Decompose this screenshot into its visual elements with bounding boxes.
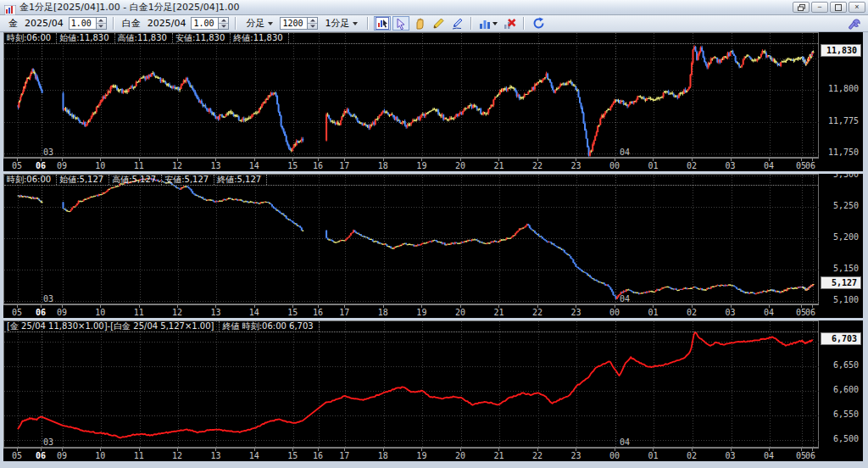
x-tick-label: 17 <box>339 451 349 460</box>
platinum-multiplier-spinner[interactable] <box>218 17 229 30</box>
pen-tool-button[interactable] <box>448 16 465 31</box>
maximize-icon <box>835 4 842 11</box>
pencil-tool-button[interactable] <box>430 16 447 31</box>
x-tick-label: 11 <box>134 451 144 460</box>
spread-plot-area[interactable]: 0304[金 25/04 11,830×1.00]-[白金 25/04 5,12… <box>3 320 819 448</box>
x-tick-label: 15 <box>287 308 298 317</box>
x-tick-label: 22 <box>532 161 542 170</box>
x-tick-label: 09 <box>57 308 67 317</box>
x-tick-label: 02 <box>687 451 697 460</box>
pan-tool-button[interactable] <box>411 16 428 31</box>
platinum-x-axis: 0506091011121314151617181920212223000102… <box>3 304 819 318</box>
x-tick-label: 12 <box>172 161 182 170</box>
minimize-button[interactable]: − <box>811 2 828 13</box>
delete-indicator-button[interactable] <box>501 16 518 31</box>
bar-count-spinner[interactable] <box>307 17 318 30</box>
x-tick-label: 03 <box>725 161 735 170</box>
x-tick-label: 06 <box>36 451 46 460</box>
date-marker: 04 <box>620 148 630 157</box>
pencil-icon <box>432 18 444 30</box>
toolbar: 金 2025/04 白金 2025/04 分足 1分足 <box>0 15 868 32</box>
maximize-button[interactable] <box>830 2 847 13</box>
date-marker: 03 <box>43 294 53 304</box>
gold-multiplier-spinner[interactable] <box>96 17 107 30</box>
x-tick-label: 23 <box>570 161 581 170</box>
wrench-icon <box>848 17 860 30</box>
indicator-menu-button[interactable] <box>477 16 499 31</box>
x-tick-label: 06 <box>805 308 815 317</box>
x-tick-label: 21 <box>493 161 504 170</box>
gold-last-price-box: 11,830 <box>821 44 861 57</box>
x-tick-label: 06 <box>805 161 815 170</box>
x-tick-label: 23 <box>570 451 581 460</box>
y-tick-label: 5,250 <box>833 201 859 210</box>
date-marker: 04 <box>620 437 630 447</box>
gold-chart[interactable]: 0304 <box>4 33 820 159</box>
x-tick-label: 05 <box>12 161 22 170</box>
x-tick-label: 11 <box>134 308 144 317</box>
y-tick-label: 5,300 <box>833 174 859 179</box>
gold-plot-area[interactable]: 0304時刻:06:00始値:11,830高値:11,830安値:11,830終… <box>3 32 819 158</box>
date-marker: 04 <box>620 294 630 304</box>
float-icon <box>798 4 805 11</box>
x-tick-label: 20 <box>455 161 465 170</box>
toolbar-separator <box>113 17 114 30</box>
x-tick-label: 04 <box>764 308 774 317</box>
toolbar-separator <box>470 17 472 30</box>
x-tick-label: 20 <box>455 451 465 460</box>
x-tick-label: 03 <box>725 308 735 317</box>
x-tick-label: 12 <box>172 308 182 317</box>
x-tick-label: 11 <box>134 161 144 170</box>
x-tick-label: 14 <box>249 451 259 460</box>
bar-type-dropdown[interactable]: 分足 <box>243 16 275 31</box>
chart-panel-gold: 0304時刻:06:00始値:11,830高値:11,830安値:11,830終… <box>3 32 863 171</box>
x-tick-label: 09 <box>57 451 67 460</box>
titlebar: 金1分足[2025/04]1.00 - 白金1分足[2025/04]1.00 −… <box>0 0 868 15</box>
date-marker: 03 <box>43 148 53 157</box>
toolbar-separator <box>367 17 369 30</box>
platinum-plot-area[interactable]: 0304時刻:06:00始値:5,127高値:5,127安値:5,127終値:5… <box>3 174 819 304</box>
delete-chart-icon <box>504 18 516 30</box>
x-tick-label: 05 <box>12 451 22 460</box>
x-tick-label: 06 <box>805 451 815 460</box>
x-tick-label: 13 <box>210 161 220 170</box>
y-tick-label: 5,150 <box>833 264 859 273</box>
interval-dropdown[interactable]: 1分足 <box>322 16 360 31</box>
x-tick-label: 06 <box>36 161 46 170</box>
settings-button[interactable] <box>845 16 862 31</box>
bar-chart-icon <box>479 18 498 30</box>
x-tick-label: 18 <box>378 308 388 317</box>
chevron-down-icon <box>268 22 273 25</box>
platinum-last-price-box: 5,127 <box>821 276 861 289</box>
x-tick-label: 19 <box>416 451 426 460</box>
platinum-chart[interactable]: 0304 <box>4 175 820 305</box>
x-tick-label: 23 <box>570 308 581 317</box>
arrow-cursor-icon <box>395 18 407 30</box>
x-tick-label: 14 <box>249 161 259 170</box>
x-tick-label: 15 <box>287 451 298 460</box>
chart-select-tool-button[interactable] <box>374 16 391 31</box>
x-tick-label: 10 <box>95 451 105 460</box>
close-button[interactable]: × <box>849 2 865 13</box>
x-tick-label: 18 <box>378 451 388 460</box>
chart-pointer-icon <box>376 17 389 30</box>
spread-x-axis: 0506091011121314151617181920212223000102… <box>3 448 819 461</box>
x-tick-label: 10 <box>95 161 105 170</box>
x-tick-label: 21 <box>493 451 504 460</box>
y-tick-label: 11,775 <box>828 116 859 125</box>
refresh-button[interactable] <box>530 16 547 31</box>
gold-multiplier-input[interactable] <box>69 17 96 30</box>
float-window-button[interactable] <box>793 2 810 13</box>
gold-month-label: 2025/04 <box>25 18 64 29</box>
y-tick-label: 11,750 <box>828 148 859 157</box>
x-tick-label: 00 <box>609 451 620 460</box>
x-tick-label: 02 <box>687 308 697 317</box>
y-tick-label: 5,100 <box>833 295 859 304</box>
spread-chart[interactable]: 0304 <box>4 321 820 448</box>
y-tick-label: 5,200 <box>833 232 859 242</box>
bar-count-input[interactable] <box>280 17 307 30</box>
x-tick-label: 15 <box>287 161 298 170</box>
x-tick-label: 01 <box>648 161 658 170</box>
cursor-tool-button[interactable] <box>392 16 409 31</box>
platinum-multiplier-input[interactable] <box>191 17 218 30</box>
